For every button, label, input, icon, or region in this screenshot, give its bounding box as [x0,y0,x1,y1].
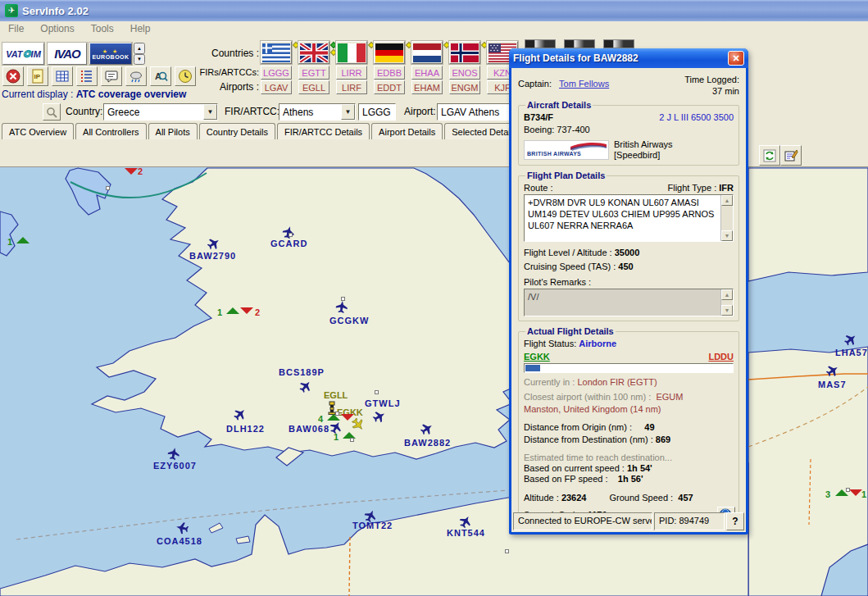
clock-icon-button[interactable] [175,66,196,86]
aircraft-label-BCS189P[interactable]: BCS189P [279,367,325,377]
chat-icon-button[interactable] [101,66,122,86]
airport-button-ENGM[interactable]: ENGM [449,80,480,94]
aircraft-label-TOMT22[interactable]: TOMT22 [352,521,393,530]
origin-airport-link[interactable]: EGKK [524,352,550,362]
flight-level-value: 35000 [615,247,640,259]
menu-item-tools[interactable]: Tools [83,21,122,36]
remarks-scrollbar[interactable]: ▲▼ [720,289,733,316]
chevron-down-icon[interactable]: ▼ [341,104,355,120]
tab-fir-artcc-details[interactable]: FIR/ARTCC Details [277,123,370,139]
airport-label-EGLL[interactable]: EGLL [324,390,348,400]
locate-on-map-button[interactable] [717,507,735,512]
tab-atc-overview[interactable]: ATC Overview [2,123,74,139]
menu-item-file[interactable]: File [0,21,32,36]
route-textbox[interactable]: +DVR8M DVR UL9 KONAN UL607 AMASI UM149 D… [524,194,734,242]
aircraft-icon-DLH122[interactable] [233,407,248,421]
aircraft-label-EZY6007[interactable]: EZY6007 [153,461,197,471]
partial-flag[interactable] [564,39,595,48]
eta-current-label: Based on current speed : [524,463,625,474]
aircraft-label-LHA57[interactable]: LHA57 [835,348,868,357]
route-scrollbar[interactable]: ▲▼ [720,195,733,241]
tab-all-pilots[interactable]: All Pilots [148,123,198,139]
aircraft-icon-KNT544[interactable] [458,514,473,529]
aircraft-icon-COA4518[interactable] [175,521,189,535]
aircraft-label-GCARD[interactable]: GCARD [270,239,307,248]
spinner-up-button[interactable]: ▲ [134,43,145,54]
flag-netherlands[interactable] [411,41,443,64]
airport-button-EDDT[interactable]: EDDT [374,80,405,94]
fir-select[interactable]: Athens ▼ [279,103,356,121]
eurobook-button[interactable]: ★ ★EUROBOOK [89,43,132,65]
aircraft-icon-MAS7[interactable] [825,363,840,378]
search-button[interactable] [43,103,61,121]
aircraft-label-BAW2882[interactable]: BAW2882 [404,438,451,448]
aircraft-label-COA4518[interactable]: COA4518 [157,536,202,546]
aircraft-label-MAS7[interactable]: MAS7 [818,380,847,389]
remarks-textbox[interactable]: /V/ ▲▼ [524,289,734,316]
fir-button-EDBB[interactable]: EDBB [374,66,405,80]
airport-button-LGAV[interactable]: LGAV [261,80,292,94]
tab-all-controllers[interactable]: All Controllers [75,123,146,139]
table-icon-button[interactable] [52,66,73,86]
chevron-down-icon[interactable]: ▼ [203,104,217,120]
spinner-down-button[interactable]: ▼ [134,54,145,66]
airport-button-EGLL[interactable]: EGLL [298,80,329,94]
ip-icon-button[interactable]: IP [27,66,48,86]
fir-button-ENOS[interactable]: ENOS [449,66,480,80]
flag-greece[interactable] [261,41,292,64]
airport-button-LIRF[interactable]: LIRF [336,80,367,94]
airport-input[interactable]: LGAV Athens [437,103,512,121]
tab-country-details[interactable]: Country Details [199,123,275,139]
aircraft-icon-GTWLJ[interactable] [372,409,387,424]
aircraft-label-KNT544[interactable]: KNT544 [447,528,485,538]
destination-airport-link[interactable]: LDDU [708,352,734,362]
aircraft-label-GCGKW[interactable]: GCGKW [329,316,369,325]
flight-level-label: Flight Level / Altitude : [524,247,612,259]
close-icon-button[interactable] [2,66,24,86]
airport-button-EHAM[interactable]: EHAM [411,80,443,94]
help-icon[interactable]: ? [726,512,744,530]
vatsim-button[interactable]: VAT❂IM [2,43,44,65]
menu-item-options[interactable]: Options [32,21,82,36]
countries-label: Countries : [185,48,259,59]
captain-link[interactable]: Tom Fellows [559,79,609,89]
tab-airport-details[interactable]: Airport Details [371,123,443,139]
properties-button[interactable] [780,145,802,166]
aircraft-icon-LHA57[interactable] [843,332,858,347]
fir-button-EHAA[interactable]: EHAA [411,66,443,80]
aircraft-icon-BCS189P[interactable] [298,379,313,394]
refresh-button[interactable] [759,145,780,166]
aircraft-icon-BAW2882[interactable] [420,421,434,436]
partial-flag[interactable] [525,39,556,48]
weather-icon-button[interactable] [125,66,147,86]
ivao-button[interactable]: IVAO [48,43,87,65]
fir-button-EGTT[interactable]: EGTT [298,66,329,80]
fir-button-LGGG[interactable]: LGGG [261,66,292,80]
aircraft-icon-BAW2790[interactable] [207,236,221,251]
tab-selected-details-0-[interactable]: Selected Details [0] [444,123,511,139]
fir-button-LIRR[interactable]: LIRR [336,66,367,80]
menu-item-help[interactable]: Help [122,21,159,36]
aircraft-icon-EZY6007[interactable] [166,446,181,461]
cruise-speed-label: Cruising Speed (TAS) : [524,261,616,273]
country-select[interactable]: Greece ▼ [103,103,218,121]
title-bar[interactable]: ✈ ServInfo 2.02 [0,0,868,21]
flag-uk[interactable] [298,41,329,64]
airport-codes-row: LGAVEGLLLIRFEDDTEHAMENGMKJF [261,80,525,94]
aircraft-icon-GCGKW[interactable] [334,299,349,314]
flight-plan-section: Flight Plan Details Route : Flight Type … [518,171,739,321]
partial-flag[interactable] [603,39,634,48]
list-icon-button[interactable] [76,66,98,86]
flag-norway[interactable] [449,41,480,64]
aircraft-label-BAW068[interactable]: BAW068 [289,424,329,434]
find-icon-button[interactable]: A [150,66,171,86]
aircraft-label-GTWLJ[interactable]: GTWLJ [365,398,401,408]
aircraft-label-BAW2790[interactable]: BAW2790 [189,251,236,261]
close-icon[interactable]: ✕ [728,51,744,66]
flag-italy[interactable] [336,41,367,64]
dialog-title-bar[interactable]: Flight Details for BAW2882 ✕ [509,48,748,68]
fir-code-input[interactable]: LGGG [358,103,396,121]
aircraft-label-DLH122[interactable]: DLH122 [226,424,265,434]
aircraft-icon-GCARD[interactable] [281,225,296,239]
flag-germany[interactable] [374,41,405,64]
